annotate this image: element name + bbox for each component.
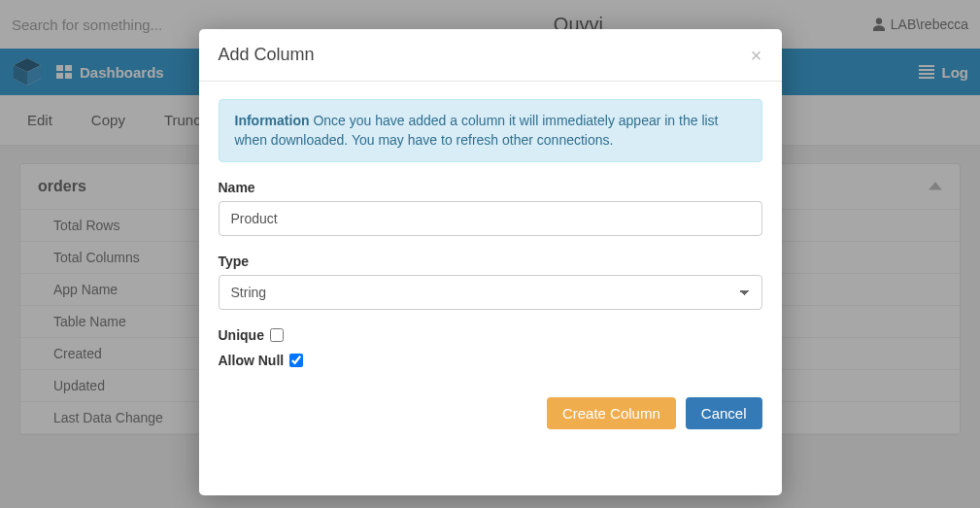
allow-null-checkbox[interactable] [289, 354, 303, 367]
create-column-button[interactable]: Create Column [547, 397, 676, 429]
unique-checkbox[interactable] [270, 328, 284, 342]
name-input[interactable] [219, 201, 762, 236]
type-label: Type [219, 254, 762, 269]
name-label: Name [219, 180, 762, 195]
info-label: Information [235, 113, 310, 128]
info-alert: Information Once you have added a column… [219, 99, 762, 162]
cancel-button[interactable]: Cancel [686, 397, 762, 429]
modal-overlay: Add Column × Information Once you have a… [0, 0, 980, 508]
allow-null-label: Allow Null [219, 353, 285, 368]
add-column-dialog: Add Column × Information Once you have a… [199, 29, 782, 495]
close-icon[interactable]: × [751, 46, 762, 65]
modal-title: Add Column [219, 45, 315, 65]
type-select[interactable]: String [219, 275, 762, 310]
unique-label: Unique [219, 327, 264, 343]
